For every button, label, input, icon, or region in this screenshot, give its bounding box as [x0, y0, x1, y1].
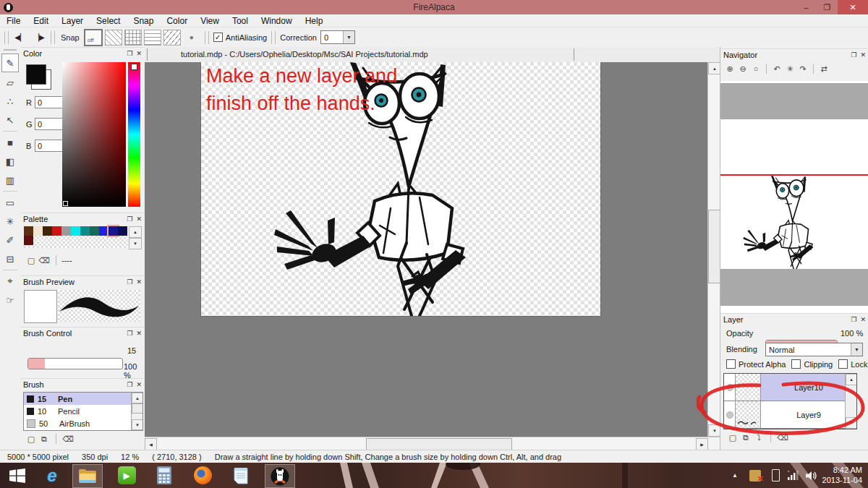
palette-swatch[interactable]	[61, 226, 71, 236]
taskbar-firefox-icon[interactable]	[188, 464, 217, 487]
foreground-color-swatch[interactable]	[26, 64, 46, 85]
lock-checkbox[interactable]	[838, 359, 848, 369]
eraser-tool[interactable]: ▱	[2, 74, 18, 91]
menu-file[interactable]: File	[0, 16, 27, 26]
layer-delete-icon[interactable]: ⌫	[776, 432, 789, 443]
palette-swatch[interactable]	[24, 226, 33, 236]
canvas-hscrollbar[interactable]: ◀ ▶	[145, 437, 720, 450]
palette-new-icon[interactable]: ▢	[25, 254, 38, 266]
layer-scroll-down[interactable]: ▼	[846, 417, 857, 429]
float-panel-icon[interactable]: ❐	[127, 215, 132, 223]
brush-delete-icon[interactable]: ⌫	[61, 433, 75, 445]
palette-swatch[interactable]	[90, 226, 99, 236]
palette-scroll-up[interactable]: ▲	[129, 226, 142, 238]
tray-network-icon[interactable]: *	[788, 463, 799, 488]
brush-scroll-up[interactable]: ▲	[132, 393, 143, 403]
taskbar-explorer-icon[interactable]	[72, 464, 103, 488]
move-tool[interactable]: ↖	[2, 111, 18, 129]
palette-scroll-down[interactable]: ▼	[129, 238, 142, 249]
close-panel-icon[interactable]: ✕	[860, 51, 866, 59]
menu-help[interactable]: Help	[299, 16, 330, 26]
close-panel-icon[interactable]: ✕	[136, 330, 142, 337]
float-panel-icon[interactable]: ❐	[127, 381, 132, 388]
brush-row-pencil[interactable]: 10 Pencil	[24, 405, 142, 417]
palette-swatches[interactable]	[24, 226, 127, 248]
select-eraser-tool[interactable]: ⊟	[2, 250, 18, 267]
blue-input[interactable]: 0	[35, 140, 65, 152]
fill-rect-tool[interactable]: ■	[2, 134, 18, 151]
taskbar-mediaplayer-icon[interactable]: ▶	[112, 464, 141, 487]
menu-snap[interactable]: Snap	[127, 16, 160, 26]
float-panel-icon[interactable]: ❐	[127, 50, 132, 57]
bucket-tool[interactable]: ◧	[2, 153, 18, 170]
hscroll-left[interactable]: ◀	[145, 438, 157, 450]
saturation-value-picker[interactable]	[62, 62, 126, 207]
snap-horizontal-button[interactable]	[144, 30, 161, 46]
palette-swatch[interactable]	[52, 226, 61, 236]
taskbar-firealpaca-icon[interactable]	[265, 464, 295, 488]
brush-scroll-thumb[interactable]	[132, 403, 143, 414]
rotate-left-icon[interactable]: ↶	[770, 63, 783, 74]
snap-grid-button[interactable]	[124, 30, 142, 46]
menu-color[interactable]: Color	[160, 16, 194, 26]
flip-icon[interactable]: ⇄	[817, 63, 830, 74]
clipping-checkbox[interactable]	[791, 359, 801, 369]
snap-parallel-button[interactable]	[105, 30, 122, 46]
select-pen-tool[interactable]: ✐	[2, 231, 18, 249]
canvas-document[interactable]: Make a new layer and finish off the hand…	[201, 62, 600, 316]
close-panel-icon[interactable]: ✕	[860, 316, 866, 323]
snap-point-icon[interactable]: ●	[186, 33, 197, 41]
close-panel-icon[interactable]: ✕	[136, 50, 142, 57]
restore-button[interactable]: ❐	[817, 0, 838, 14]
select-rect-tool[interactable]: ▭	[2, 194, 18, 211]
menu-tool[interactable]: Tool	[226, 16, 255, 26]
undo-button[interactable]: ◀▏	[13, 31, 27, 44]
menu-view[interactable]: View	[194, 16, 226, 26]
layer-new-icon[interactable]: ▢	[726, 432, 739, 443]
layer-duplicate-icon[interactable]: ⧉	[739, 432, 752, 443]
palette-swatch[interactable]	[43, 226, 52, 236]
protect-alpha-checkbox[interactable]	[726, 359, 736, 369]
tray-expand-icon[interactable]: ▲	[732, 463, 738, 488]
close-panel-icon[interactable]: ✕	[136, 278, 142, 286]
layer-visibility-dot[interactable]	[726, 411, 733, 419]
zoom-out-icon[interactable]: ⊖	[736, 63, 749, 74]
brush-row-pen[interactable]: 15 Pen	[24, 393, 142, 405]
correction-dropdown[interactable]: 0 ▼	[320, 30, 355, 44]
brush-size-slider[interactable]	[27, 358, 123, 369]
red-input[interactable]: 0	[35, 96, 65, 108]
snap-off-button[interactable]: off	[84, 29, 103, 46]
palette-swatch[interactable]	[80, 226, 90, 236]
blending-dropdown[interactable]: Normal ▼	[765, 343, 863, 356]
minimize-button[interactable]: –	[796, 0, 817, 14]
hscroll-thumb[interactable]	[366, 438, 512, 450]
hand-tool[interactable]: ☞	[2, 291, 18, 309]
taskbar-notepad-icon[interactable]	[226, 464, 255, 487]
correction-dropdown-arrow-icon[interactable]: ▼	[343, 31, 354, 43]
menu-edit[interactable]: Edit	[27, 16, 55, 26]
float-panel-icon[interactable]: ❐	[851, 316, 856, 323]
palette-swatch[interactable]	[99, 226, 109, 236]
float-panel-icon[interactable]: ❐	[127, 278, 132, 286]
zoom-in-icon[interactable]: ⊕	[723, 63, 736, 74]
panel-grip[interactable]	[4, 49, 17, 51]
zoom-reset-icon[interactable]: ○	[749, 63, 762, 74]
document-tab[interactable]: tutorial.mdp - C:/Users/Ophelia/Desktop/…	[181, 50, 428, 59]
palette-swatch[interactable]	[33, 226, 43, 236]
rotation-reset-icon[interactable]: ✳	[783, 63, 796, 74]
canvas-viewport[interactable]: Make a new layer and finish off the hand…	[145, 62, 707, 437]
close-panel-icon[interactable]: ✕	[136, 381, 142, 388]
layer-row-layer9[interactable]: Layer9	[724, 401, 856, 429]
hscroll-right[interactable]: ▶	[696, 438, 708, 450]
navigator-thumbnail[interactable]	[720, 81, 868, 313]
menu-layer[interactable]: Layer	[55, 16, 90, 26]
brush-duplicate-icon[interactable]: ⧉	[38, 433, 51, 445]
close-button[interactable]: ✕	[838, 0, 868, 14]
float-panel-icon[interactable]: ❐	[851, 51, 856, 59]
canvas-vscrollbar[interactable]: ▲ ▼	[707, 62, 720, 437]
layer-row-layer10[interactable]: Layer10	[724, 374, 856, 401]
palette-swatch[interactable]	[71, 226, 80, 236]
antialiasing-checkbox[interactable]: ✓	[213, 33, 223, 42]
hue-slider[interactable]	[128, 62, 140, 207]
pen-tool[interactable]: ✎	[1, 53, 19, 72]
